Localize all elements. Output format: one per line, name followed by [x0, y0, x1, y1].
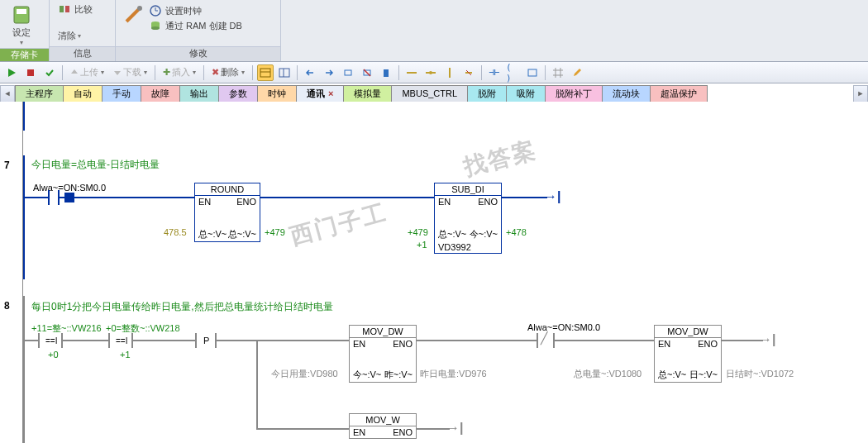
tab-脱附[interactable]: 脱附 — [467, 85, 507, 102]
ladder-area: 7 8 西门子工 找答案 今日电量=总电量-日结时电量 Alwa~=ON:SM0… — [0, 102, 868, 443]
svg-rect-1 — [17, 9, 26, 14]
contact-button[interactable]: ⊣⊢ — [486, 64, 503, 81]
compare-button[interactable]: 比较 — [55, 2, 96, 17]
check-button[interactable] — [41, 64, 58, 81]
svg-point-26 — [429, 71, 432, 74]
tabs-bar: 主程序自动手动故障输出参数时钟通讯×模拟量MBUS_CTRL脱附吸附脱附补丁流动… — [15, 85, 853, 102]
ribbon-group-modify: 设置时钟 通过 RAM 创建 DB 修改 — [116, 0, 281, 61]
bookmark-button[interactable] — [378, 64, 394, 81]
tab-scroll-left[interactable]: ◄ — [0, 85, 15, 102]
db-icon — [149, 19, 162, 32]
param-in[interactable]: +1 — [417, 240, 427, 250]
network-gutter: 7 8 — [0, 102, 23, 443]
rung-terminator: →| — [759, 332, 775, 347]
tab-close-icon[interactable]: × — [328, 88, 333, 98]
coil-button[interactable]: ( ) — [505, 64, 522, 81]
clear-button[interactable]: 清除 ▾ — [55, 28, 84, 43]
edit-button[interactable] — [569, 64, 585, 81]
group-label-modify: 修改 — [116, 46, 280, 61]
svg-marker-12 — [8, 69, 16, 77]
wire-h1-button[interactable] — [403, 64, 420, 81]
svg-rect-13 — [27, 69, 34, 76]
svg-marker-14 — [71, 69, 78, 74]
mov-w-block[interactable]: MOV_W ENENO — [349, 413, 417, 439]
tab-超温保护[interactable]: 超温保护 — [650, 85, 708, 102]
compare-icon — [58, 2, 71, 16]
clock-icon — [149, 4, 162, 17]
tab-scroll-right[interactable]: ► — [853, 85, 868, 102]
delete-button[interactable]: ✖删除 — [208, 64, 248, 81]
nav-back-button[interactable] — [302, 64, 318, 81]
tab-参数[interactable]: 参数 — [218, 85, 258, 102]
group-label-storage: 存储卡 — [0, 48, 49, 61]
svg-rect-2 — [60, 6, 64, 12]
screwdriver-icon — [122, 3, 145, 26]
network-title: 今日电量=总电量-日结时电量 — [31, 158, 160, 172]
svg-rect-20 — [345, 70, 351, 75]
stop-button[interactable] — [22, 64, 39, 81]
tab-通讯[interactable]: 通讯× — [296, 85, 344, 102]
cmp-bot[interactable]: +1 — [120, 350, 131, 360]
cmp-bot[interactable]: +0 — [48, 350, 59, 360]
svg-rect-3 — [65, 6, 69, 12]
ribbon-group-storage: 设定 ▾ 存储卡 — [0, 0, 50, 61]
tab-主程序[interactable]: 主程序 — [15, 85, 64, 102]
tab-MBUS_CTRL[interactable]: MBUS_CTRL — [391, 85, 468, 102]
tab-吸附[interactable]: 吸附 — [506, 85, 546, 102]
param-out[interactable]: +479 — [265, 227, 285, 237]
svg-rect-16 — [260, 69, 270, 77]
nc-label[interactable]: Alwa~=ON:SM0.0 — [527, 322, 600, 332]
param-in[interactable]: 478.5 — [164, 227, 187, 237]
upload-button[interactable]: 上传 — [67, 64, 107, 81]
param-out[interactable]: 昨日电量:VD976 — [420, 368, 487, 380]
mov-dw-block[interactable]: MOV_DW ENENO 今~:V~昨~:V~ — [349, 325, 417, 383]
tab-输出[interactable]: 输出 — [179, 85, 219, 102]
set-clock-button[interactable]: 设置时钟 — [145, 3, 246, 18]
sub-di-block[interactable]: SUB_DI ENENO 总~:V~今~:V~ VD3992 — [434, 183, 502, 254]
create-db-button[interactable]: 通过 RAM 创建 DB — [145, 18, 246, 33]
param-out[interactable]: 日结时~:VD1072 — [726, 368, 794, 380]
tab-故障[interactable]: 故障 — [141, 85, 180, 102]
tab-脱附补丁[interactable]: 脱附补丁 — [545, 85, 603, 102]
tab-自动[interactable]: 自动 — [63, 85, 103, 102]
rung-terminator: →| — [544, 189, 560, 204]
nav-fwd-button[interactable] — [321, 64, 337, 81]
view2-button[interactable] — [276, 64, 293, 81]
mov-dw-block[interactable]: MOV_DW ENENO 总~:V~日~:V~ — [654, 325, 722, 383]
svg-marker-15 — [114, 71, 121, 75]
ribbon: 设定 ▾ 存储卡 比较 清除 ▾ 信息 设置 — [0, 0, 868, 62]
svg-line-4 — [126, 8, 140, 21]
view1-button[interactable] — [257, 64, 274, 81]
settings-button[interactable]: 设定 ▾ — [5, 2, 38, 46]
wire-v-button[interactable] — [441, 64, 458, 81]
tab-流动块[interactable]: 流动块 — [602, 85, 651, 102]
param-in[interactable]: +479 — [408, 227, 428, 237]
svg-marker-35 — [574, 69, 581, 76]
tab-手动[interactable]: 手动 — [102, 85, 141, 102]
contact-label[interactable]: Alwa~=ON:SM0.0 — [33, 183, 106, 193]
network-title: 每日0时1分把今日电量传给昨日电量,然后把总电量统计给日结时电量 — [31, 300, 333, 314]
insert-button[interactable]: ✚插入 — [160, 64, 199, 81]
nav-home-button[interactable] — [340, 64, 356, 81]
network-number: 7 — [2, 160, 12, 171]
param-in[interactable]: 今日用量:VD980 — [271, 368, 338, 380]
modify-big-icon[interactable] — [121, 2, 145, 26]
grid-button[interactable] — [550, 64, 566, 81]
wire-del-button[interactable] — [460, 64, 477, 81]
ribbon-group-info: 比较 清除 ▾ 信息 — [50, 0, 116, 61]
bookmark-del-button[interactable] — [359, 64, 375, 81]
param-out[interactable]: +478 — [506, 227, 527, 237]
param-in[interactable]: 总电量~:VD1080 — [574, 368, 641, 380]
run-button[interactable] — [3, 64, 20, 81]
box-button[interactable] — [524, 64, 541, 81]
round-block[interactable]: ROUND ENENO 总~:V~总~:V~ — [194, 183, 260, 242]
watermark: 西门子工 — [287, 197, 391, 253]
tab-模拟量[interactable]: 模拟量 — [343, 85, 392, 102]
svg-point-11 — [151, 26, 160, 30]
network-number: 8 — [2, 300, 12, 312]
card-icon — [10, 3, 33, 26]
rung-terminator: →| — [446, 421, 463, 436]
download-button[interactable]: 下载 — [110, 64, 150, 81]
tab-时钟[interactable]: 时钟 — [257, 85, 297, 102]
wire-h2-button[interactable] — [422, 64, 439, 81]
